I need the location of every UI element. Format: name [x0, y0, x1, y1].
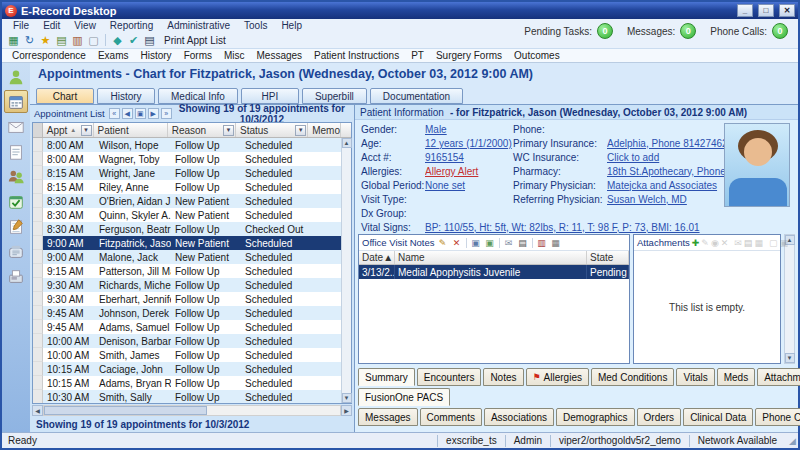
office-visit-note-row[interactable]: 3/13/2...Medial Apophysitis JuvenilePend… — [359, 265, 629, 279]
row-selector[interactable] — [33, 292, 43, 306]
prev-page-icon[interactable]: ◀ — [122, 108, 133, 119]
note-fax-icon[interactable]: ▦ — [550, 237, 562, 249]
scroll-down-icon[interactable]: ▼ — [785, 353, 795, 363]
row-selector[interactable] — [33, 180, 43, 194]
reports-icon[interactable]: ▤ — [55, 34, 68, 47]
attachment-edit-icon[interactable]: ✎ — [701, 237, 709, 249]
row-selector[interactable] — [33, 306, 43, 320]
note-email-icon[interactable]: ✉ — [503, 237, 515, 249]
vital-signs-value[interactable]: BP: 110/55, Ht: 5ft, Wt: 82lbs, R: 11, T… — [425, 222, 798, 233]
scroll-down-icon[interactable]: ▼ — [342, 393, 352, 403]
print-appt-list-button[interactable]: Print Appt List — [159, 35, 231, 46]
appointments-vscrollbar[interactable]: ▲ ▼ — [341, 138, 351, 403]
row-selector[interactable] — [33, 222, 43, 236]
today-icon[interactable]: ▣ — [135, 108, 146, 119]
forms-pt[interactable]: PT — [405, 50, 430, 61]
column-header-patient[interactable]: Patient — [94, 123, 168, 137]
tab-clinical-data[interactable]: Clinical Data — [683, 408, 753, 426]
forms-outcomes[interactable]: Outcomes — [508, 50, 566, 61]
tasks-check-icon[interactable]: ✔ — [127, 34, 140, 47]
close-button[interactable]: ✕ — [779, 4, 795, 17]
filter-dropdown-icon[interactable]: ▼ — [295, 125, 306, 136]
appointment-row[interactable]: 8:30 AMFerguson, BeatrizFollow UpChecked… — [33, 222, 351, 236]
forms-surgery-forms[interactable]: Surgery Forms — [430, 50, 508, 61]
gender-value[interactable]: Male — [425, 124, 513, 135]
global-period-value[interactable]: None set — [425, 180, 513, 191]
row-selector[interactable] — [33, 320, 43, 334]
row-selector[interactable] — [33, 208, 43, 222]
hscroll-track[interactable] — [43, 405, 341, 416]
row-selector[interactable] — [33, 264, 43, 278]
appointment-row[interactable]: 8:30 AMQuinn, Skyler A.New PatientSchedu… — [33, 208, 351, 222]
ledger-icon[interactable] — [4, 215, 28, 238]
note-delete-icon[interactable]: ✕ — [451, 237, 463, 249]
tab-allergies[interactable]: ⚑Allergies — [526, 368, 589, 386]
scroll-left-icon[interactable]: ◀ — [32, 405, 43, 416]
notes-column-date[interactable]: Date▲ — [359, 251, 395, 264]
forms-forms[interactable]: Forms — [178, 50, 218, 61]
forms-exams[interactable]: Exams — [92, 50, 135, 61]
forms-patient-instructions[interactable]: Patient Instructions — [308, 50, 405, 61]
row-selector[interactable] — [33, 376, 43, 390]
appointment-row[interactable]: 9:15 AMPatterson, Jill MarieFollow UpSch… — [33, 264, 351, 278]
attachment-import-icon[interactable]: ▣ — [779, 237, 788, 249]
note-edit-icon[interactable]: ✎ — [437, 237, 449, 249]
appointment-row[interactable]: 9:45 AMAdams, SamuelFollow UpScheduled — [33, 320, 351, 334]
tab-chart[interactable]: Chart — [36, 88, 94, 104]
attachment-add-icon[interactable]: ✚ — [692, 237, 700, 249]
row-selector[interactable] — [33, 278, 43, 292]
scroll-up-icon[interactable]: ▲ — [342, 138, 352, 148]
tab-summary[interactable]: Summary — [358, 368, 415, 386]
row-selector[interactable] — [33, 236, 43, 250]
appointment-row[interactable]: 9:00 AMFitzpatrick, JasonNew PatientSche… — [33, 236, 351, 250]
tab-associations[interactable]: Associations — [484, 408, 554, 426]
note-copy-icon[interactable]: ▣ — [470, 237, 482, 249]
menu-view[interactable]: View — [67, 20, 103, 31]
appointment-row[interactable]: 8:15 AMWright, JaneFollow UpScheduled — [33, 166, 351, 180]
filter-dropdown-icon[interactable]: ▼ — [81, 125, 92, 136]
note-assign-icon[interactable]: ▣ — [484, 237, 496, 249]
appointment-row[interactable]: 10:15 AMCaciage, JohnFollow UpScheduled — [33, 362, 351, 376]
note-print-icon[interactable]: ▤ — [517, 237, 529, 249]
row-selector[interactable] — [33, 194, 43, 208]
tab-meds[interactable]: Meds — [717, 368, 755, 386]
first-page-icon[interactable]: « — [109, 108, 120, 119]
patient-icon[interactable] — [4, 65, 28, 88]
row-selector[interactable] — [33, 334, 43, 348]
next-page-icon[interactable]: ▶ — [148, 108, 159, 119]
appointment-row[interactable]: 8:15 AMRiley, AnneFollow UpScheduled — [33, 180, 351, 194]
row-selector[interactable] — [33, 138, 43, 152]
attachment-email-icon[interactable]: ✉ — [734, 237, 742, 249]
tasks-icon[interactable] — [4, 190, 28, 213]
attachment-view-icon[interactable]: ◉ — [711, 237, 719, 249]
attachment-delete-icon[interactable]: ✕ — [721, 237, 729, 249]
tab-demographics[interactable]: Demographics — [556, 408, 634, 426]
appointment-row[interactable]: 9:45 AMJohnson, DerekFollow UpScheduled — [33, 306, 351, 320]
tab-messages[interactable]: Messages — [358, 408, 418, 426]
hscroll-thumb[interactable] — [44, 406, 207, 415]
age-value[interactable]: 12 years (1/1/2000) — [425, 138, 513, 149]
tab-phone-calls[interactable]: Phone Calls — [755, 408, 800, 426]
acct-value[interactable]: 9165154 — [425, 152, 513, 163]
filter-dropdown-icon[interactable]: ▼ — [223, 125, 234, 136]
phone-icon[interactable] — [4, 240, 28, 263]
tab-vitals[interactable]: Vitals — [676, 368, 714, 386]
notes-icon[interactable] — [4, 140, 28, 163]
appointment-row[interactable]: 9:30 AMRichards, MichelleFollow UpSchedu… — [33, 278, 351, 292]
forms-history[interactable]: History — [135, 50, 178, 61]
column-header-reason[interactable]: Reason▼ — [168, 123, 236, 137]
send-icon[interactable]: ◆ — [111, 34, 124, 47]
appointment-row[interactable]: 8:30 AMO'Brien, Aidan J.New PatientSched… — [33, 194, 351, 208]
resize-grip[interactable]: ◢ — [785, 436, 796, 446]
tab-med-conditions[interactable]: Med Conditions — [591, 368, 674, 386]
row-selector[interactable] — [33, 166, 43, 180]
favorites-star-icon[interactable]: ★ — [39, 34, 52, 47]
print-list-icon[interactable]: ▤ — [143, 34, 156, 47]
menu-file[interactable]: File — [6, 20, 36, 31]
tab-fusionone-pacs[interactable]: FusionOne PACS — [358, 388, 450, 406]
menu-edit[interactable]: Edit — [36, 20, 67, 31]
row-selector[interactable] — [33, 152, 43, 166]
notes-column-name[interactable]: Name — [395, 251, 587, 264]
tab-documentation[interactable]: Documentation — [370, 88, 463, 104]
column-header-memo[interactable]: Memo — [308, 123, 341, 137]
